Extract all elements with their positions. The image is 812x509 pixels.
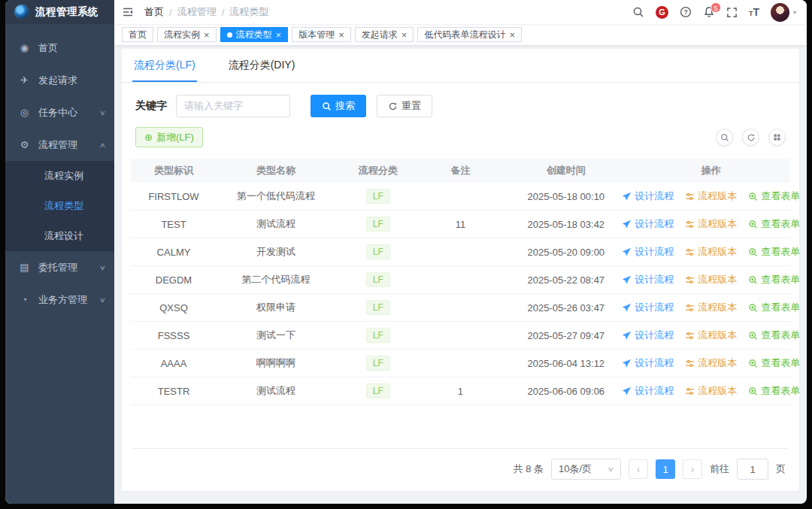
page-number-button[interactable]: 1 <box>656 459 675 479</box>
flow-version-link[interactable]: 流程版本 <box>685 384 737 398</box>
flow-version-link[interactable]: 流程版本 <box>685 356 737 370</box>
page-size-select[interactable]: 10条/页 ∨ <box>551 459 621 480</box>
close-icon[interactable]: × <box>401 30 408 40</box>
table-refresh-icon[interactable] <box>742 129 759 146</box>
tags-view-tab[interactable]: 流程类型 × <box>220 27 289 42</box>
sidebar-submenu-item[interactable]: 流程类型 <box>5 191 114 221</box>
category-tag: LF <box>366 383 390 398</box>
main-column: 首页 / 流程管理 / 流程类型 G ? <box>114 0 807 504</box>
tags-view-tab[interactable]: 发起请求 × <box>355 27 414 42</box>
menu-item-label: 委托管理 <box>38 261 100 274</box>
view-form-link[interactable]: 查看表单 <box>748 301 800 314</box>
tab-process-category-lf[interactable]: 流程分类(LF) <box>132 49 197 82</box>
category-tag: LF <box>366 272 390 287</box>
design-flow-link[interactable]: 设计流程 <box>622 273 674 286</box>
tags-view-tab[interactable]: 低代码表单流程设计 × <box>417 27 522 42</box>
design-flow-link[interactable]: 设计流程 <box>622 356 674 370</box>
search-button[interactable]: 搜索 <box>311 95 366 117</box>
zoom-plus-icon <box>748 275 758 285</box>
next-page-button[interactable]: › <box>683 459 702 479</box>
add-lf-button[interactable]: ⊕ 新增(LF) <box>135 127 203 147</box>
view-form-link[interactable]: 查看表单 <box>748 245 800 259</box>
close-icon[interactable]: × <box>509 30 515 40</box>
font-size-icon[interactable]: TT <box>749 7 759 17</box>
table-search-icon[interactable] <box>716 129 733 146</box>
gitee-icon[interactable]: G <box>656 6 668 19</box>
sidebar-menu-item[interactable]: ▤ 委托管理 ∨ <box>5 251 114 283</box>
task-center-icon: ◎ <box>19 107 30 118</box>
flow-version-link[interactable]: 流程版本 <box>685 301 737 314</box>
design-flow-link[interactable]: 设计流程 <box>622 301 674 314</box>
submenu-item-label: 流程类型 <box>44 199 83 213</box>
close-icon[interactable]: × <box>338 30 344 40</box>
table-header-row: 类型标识 类型名称 流程分类 备注 创建时间 操作 <box>131 159 790 183</box>
cell-type-id: FIRSTLOW <box>131 191 217 202</box>
goto-page-input[interactable]: 1 <box>737 459 768 480</box>
view-form-link[interactable]: 查看表单 <box>748 329 800 342</box>
sidebar-menu-item[interactable]: ◎ 任务中心 ∨ <box>5 96 114 129</box>
view-form-link[interactable]: 查看表单 <box>748 273 800 286</box>
tag-label: 低代码表单流程设计 <box>424 29 505 41</box>
view-form-link[interactable]: 查看表单 <box>748 384 800 398</box>
sidebar-submenu-item[interactable]: 流程设计 <box>5 221 114 251</box>
flow-version-link[interactable]: 流程版本 <box>685 189 737 203</box>
close-icon[interactable]: × <box>204 30 210 40</box>
fullscreen-icon[interactable] <box>726 7 738 18</box>
notification-bell-icon[interactable]: 5 <box>703 6 715 18</box>
flow-version-link[interactable]: 流程版本 <box>685 245 737 259</box>
view-form-link[interactable]: 查看表单 <box>748 356 800 370</box>
reset-button[interactable]: 重置 <box>377 95 432 117</box>
cell-created-at: 2025-05-20 09:00 <box>500 247 632 258</box>
sliders-icon <box>685 220 695 229</box>
design-flow-link[interactable]: 设计流程 <box>622 329 674 342</box>
sidebar-collapse-icon[interactable] <box>122 6 134 18</box>
flow-version-link[interactable]: 流程版本 <box>685 329 737 342</box>
help-icon[interactable]: ? <box>680 6 692 18</box>
tab-process-category-diy[interactable]: 流程分类(DIY) <box>227 49 297 82</box>
sliders-icon <box>685 192 695 201</box>
active-dot <box>227 32 232 38</box>
app-window: 流程管理系统 ◉ 首页 ✈ 发起请求 ◎ 任务中心 ∨ ⚙ 流程管理 ∧ 流程实… <box>5 0 807 504</box>
flow-version-link[interactable]: 流程版本 <box>685 217 737 231</box>
sidebar-menu-item[interactable]: ✈ 发起请求 <box>5 64 114 96</box>
design-flow-link[interactable]: 设计流程 <box>622 245 674 259</box>
close-icon[interactable]: × <box>276 30 282 40</box>
sidebar-menu-item[interactable]: ⚙ 流程管理 ∧ <box>5 129 114 161</box>
paper-plane-icon <box>622 303 632 313</box>
top-header: 首页 / 流程管理 / 流程类型 G ? <box>114 0 807 24</box>
breadcrumb-item-home[interactable]: 首页 <box>144 5 164 19</box>
goto-label: 前往 <box>710 462 729 476</box>
chevron-icon: ∨ <box>99 296 106 304</box>
submenu-item-label: 流程设计 <box>44 229 83 243</box>
app-logo[interactable]: 流程管理系统 <box>5 0 114 24</box>
menu-item-label: 流程管理 <box>38 138 100 152</box>
category-tag: LF <box>366 300 390 315</box>
keyword-input[interactable]: 请输入关键字 <box>176 95 290 117</box>
prev-page-button[interactable]: ‹ <box>629 459 648 479</box>
flow-version-link[interactable]: 流程版本 <box>685 273 737 286</box>
page-unit-label: 页 <box>776 462 786 476</box>
sidebar-menu-item[interactable]: ◔ 业务方管理 ∨ <box>5 283 114 316</box>
design-flow-link[interactable]: 设计流程 <box>622 217 674 231</box>
submenu-item-label: 流程实例 <box>44 169 83 183</box>
pagination: 共 8 条 10条/页 ∨ ‹ 1 › 前往 1 页 <box>132 448 789 491</box>
tags-view-tab[interactable]: 首页 <box>122 27 153 42</box>
paper-plane-icon <box>622 359 632 368</box>
view-form-link[interactable]: 查看表单 <box>748 189 800 203</box>
tags-view-tab[interactable]: 流程实例 × <box>157 27 217 42</box>
design-flow-link[interactable]: 设计流程 <box>622 384 674 398</box>
table-row: QXSQ 权限申请 LF 2025-05-26 03:47 设计流程 流程版本 <box>131 294 790 322</box>
pagination-total: 共 8 条 <box>514 462 544 476</box>
table-columns-icon[interactable] <box>768 129 786 146</box>
table-tools <box>716 129 786 146</box>
tags-view-tab[interactable]: 版本管理 × <box>292 27 351 42</box>
search-icon[interactable] <box>632 6 644 18</box>
view-form-link[interactable]: 查看表单 <box>748 217 800 231</box>
cell-remark: 1 <box>421 386 500 397</box>
cell-type-name: 测试流程 <box>217 384 335 398</box>
design-flow-link[interactable]: 设计流程 <box>622 189 674 203</box>
sidebar-submenu-item[interactable]: 流程实例 <box>5 161 114 191</box>
header-actions: G ? 5 TT <box>632 3 796 22</box>
user-menu[interactable]: ▾ <box>771 3 796 22</box>
sidebar-menu-item[interactable]: ◉ 首页 <box>5 32 114 64</box>
